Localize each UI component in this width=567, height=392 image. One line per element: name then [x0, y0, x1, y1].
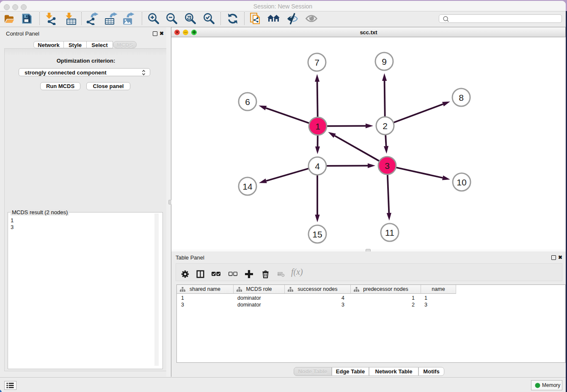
svg-text:2: 2 [383, 121, 388, 131]
svg-text:11: 11 [385, 228, 394, 237]
svg-text:7: 7 [314, 58, 319, 67]
svg-text:1: 1 [315, 121, 320, 131]
svg-text:3: 3 [385, 161, 390, 171]
svg-text:15: 15 [312, 229, 322, 239]
svg-text:6: 6 [245, 97, 250, 107]
svg-text:8: 8 [459, 93, 464, 102]
svg-text:4: 4 [315, 161, 320, 171]
svg-text:14: 14 [242, 182, 253, 191]
svg-text:9: 9 [382, 57, 387, 66]
svg-text:10: 10 [457, 177, 466, 187]
